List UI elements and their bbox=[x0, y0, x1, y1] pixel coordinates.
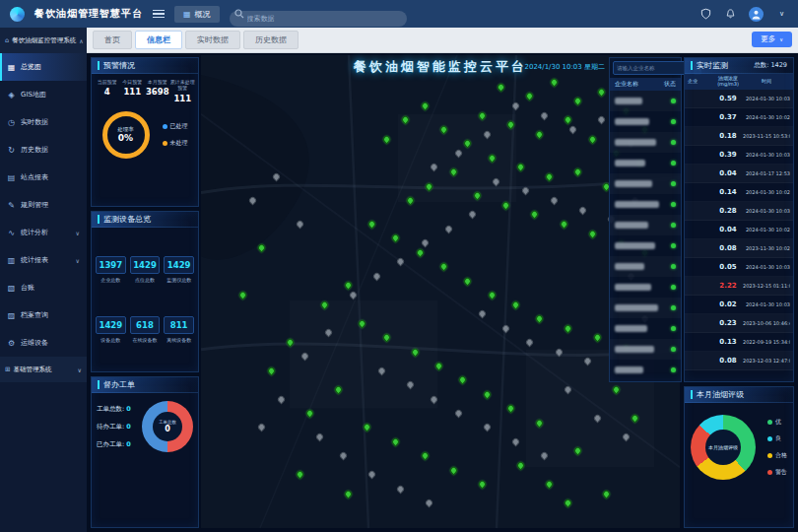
map-pin-online[interactable] bbox=[482, 389, 492, 399]
tab-首页[interactable]: 首页 bbox=[93, 31, 132, 49]
realtime-row[interactable]: 0.372024-01-30 10:02 bbox=[685, 108, 793, 127]
map-pin-online[interactable] bbox=[564, 323, 573, 333]
map-pin-online[interactable] bbox=[573, 167, 583, 177]
company-search-input[interactable] bbox=[613, 61, 691, 75]
sidebar-item-ledger[interactable]: ▧台账 bbox=[0, 274, 87, 301]
map-pin-online[interactable] bbox=[592, 333, 602, 343]
nav-chip-overview[interactable]: ▦ 概况 bbox=[174, 6, 220, 23]
map-pin-offline[interactable] bbox=[482, 423, 492, 432]
chevron-down-icon[interactable]: ∨ bbox=[775, 8, 788, 21]
map-pin-online[interactable] bbox=[564, 115, 573, 125]
map-pin-offline[interactable] bbox=[425, 499, 434, 508]
more-button[interactable]: 更多 ∨ bbox=[752, 32, 792, 47]
bell-icon[interactable] bbox=[724, 8, 737, 21]
map-pin-online[interactable] bbox=[391, 233, 401, 243]
map-pin-offline[interactable] bbox=[577, 205, 587, 215]
map-pin-online[interactable] bbox=[420, 451, 430, 461]
user-avatar[interactable] bbox=[749, 7, 764, 22]
map-pin-online[interactable] bbox=[564, 499, 573, 508]
company-list-item[interactable] bbox=[610, 298, 681, 318]
map-pin-online[interactable] bbox=[549, 78, 559, 88]
company-list-item[interactable] bbox=[610, 173, 681, 194]
realtime-row[interactable]: 0.052024-01-30 10:03 bbox=[685, 258, 793, 277]
map-pin-online[interactable] bbox=[448, 465, 458, 475]
map-pin-online[interactable] bbox=[473, 191, 483, 201]
map-pin-online[interactable] bbox=[304, 409, 314, 419]
map-pin-offline[interactable] bbox=[540, 110, 550, 120]
map-pin-offline[interactable] bbox=[597, 115, 607, 125]
sidebar-item-history[interactable]: ↻历史数据 bbox=[0, 136, 87, 164]
map-pin-offline[interactable] bbox=[296, 220, 305, 230]
map-pin-offline[interactable] bbox=[501, 323, 511, 333]
map-pin-online[interactable] bbox=[343, 489, 353, 499]
shield-icon[interactable] bbox=[699, 8, 712, 21]
sidebar-item-gis[interactable]: ◈GIS地图 bbox=[0, 81, 87, 108]
map-pin-online[interactable] bbox=[559, 220, 568, 230]
map-pin-online[interactable] bbox=[391, 436, 401, 446]
map-pin-online[interactable] bbox=[573, 97, 583, 106]
realtime-row[interactable]: 0.232023-10-06 10:46:43 bbox=[685, 314, 793, 333]
realtime-row[interactable]: 0.142024-01-30 10:02 bbox=[685, 183, 793, 202]
map-pin-offline[interactable] bbox=[510, 436, 520, 446]
company-list-item[interactable] bbox=[610, 256, 681, 277]
map-pin-offline[interactable] bbox=[300, 352, 310, 362]
map-pin-offline[interactable] bbox=[324, 328, 334, 338]
map-pin-online[interactable] bbox=[425, 181, 434, 191]
map-pin-online[interactable] bbox=[439, 262, 449, 272]
map-pin-online[interactable] bbox=[544, 480, 554, 490]
map-pin-online[interactable] bbox=[237, 291, 247, 300]
map-pin-offline[interactable] bbox=[443, 224, 453, 233]
map-pin-offline[interactable] bbox=[453, 149, 463, 159]
hamburger-menu-icon[interactable] bbox=[153, 10, 165, 19]
map-pin-online[interactable] bbox=[358, 318, 367, 328]
map-pin-online[interactable] bbox=[463, 139, 473, 149]
tab-历史数据[interactable]: 历史数据 bbox=[243, 31, 299, 49]
map-pin-offline[interactable] bbox=[582, 357, 592, 366]
map-pin-offline[interactable] bbox=[468, 210, 478, 220]
map-pin-offline[interactable] bbox=[430, 394, 439, 404]
map-pin-offline[interactable] bbox=[592, 413, 602, 423]
map-pin-offline[interactable] bbox=[525, 338, 535, 348]
map-pin-offline[interactable] bbox=[367, 470, 377, 480]
company-list-item[interactable] bbox=[610, 215, 681, 235]
company-list-item[interactable] bbox=[610, 132, 681, 153]
map-pin-offline[interactable] bbox=[257, 423, 267, 432]
realtime-row[interactable]: 0.282024-01-30 10:03 bbox=[685, 202, 793, 221]
map-pin-online[interactable] bbox=[410, 347, 420, 357]
map-pin-online[interactable] bbox=[286, 338, 296, 348]
map-pin-online[interactable] bbox=[510, 299, 520, 309]
map-pin-offline[interactable] bbox=[510, 101, 520, 111]
map-pin-offline[interactable] bbox=[554, 347, 564, 357]
company-list-item[interactable] bbox=[610, 111, 681, 132]
map-pin-online[interactable] bbox=[535, 418, 545, 428]
realtime-row[interactable]: 0.022024-01-30 10:03 bbox=[685, 296, 793, 314]
map-pin-online[interactable] bbox=[573, 446, 583, 456]
map-pin-offline[interactable] bbox=[376, 366, 386, 375]
map-pin-online[interactable] bbox=[381, 333, 391, 343]
realtime-row[interactable]: 0.082023-11-30 10:02 bbox=[685, 239, 793, 258]
map-pin-online[interactable] bbox=[343, 281, 353, 291]
realtime-row[interactable]: 0.132022-09-19 15:34:03 bbox=[685, 333, 793, 352]
map-pin-online[interactable] bbox=[257, 243, 267, 253]
map-pin-online[interactable] bbox=[602, 489, 612, 499]
map-pin-offline[interactable] bbox=[477, 309, 487, 319]
company-list-item[interactable] bbox=[610, 91, 681, 111]
map-pin-online[interactable] bbox=[515, 163, 525, 172]
map-pin-online[interactable] bbox=[506, 120, 516, 130]
map-pin-online[interactable] bbox=[631, 413, 640, 423]
map-pin-online[interactable] bbox=[477, 110, 487, 120]
map-pin-offline[interactable] bbox=[420, 238, 430, 248]
tab-信息栏[interactable]: 信息栏 bbox=[135, 31, 182, 49]
map-pin-online[interactable] bbox=[530, 210, 540, 220]
map-pin-online[interactable] bbox=[525, 92, 535, 101]
map-pin-online[interactable] bbox=[501, 200, 511, 210]
map-pin-online[interactable] bbox=[544, 172, 554, 182]
map-pin-online[interactable] bbox=[597, 87, 607, 97]
realtime-row[interactable]: 0.182023-11-15 10:53:08 bbox=[685, 127, 793, 146]
sidebar-item-rules[interactable]: ✎规则管理 bbox=[0, 191, 87, 219]
sidebar-item-devices[interactable]: ⚙运维设备 bbox=[0, 329, 87, 357]
map-pin-online[interactable] bbox=[497, 82, 506, 92]
map-pin-offline[interactable] bbox=[406, 380, 416, 390]
sidebar-group-base-system[interactable]: ⊞ 基础管理系统 ∨ bbox=[0, 357, 87, 382]
realtime-row[interactable]: 0.082023-12-03 12:47:03 bbox=[685, 352, 793, 370]
